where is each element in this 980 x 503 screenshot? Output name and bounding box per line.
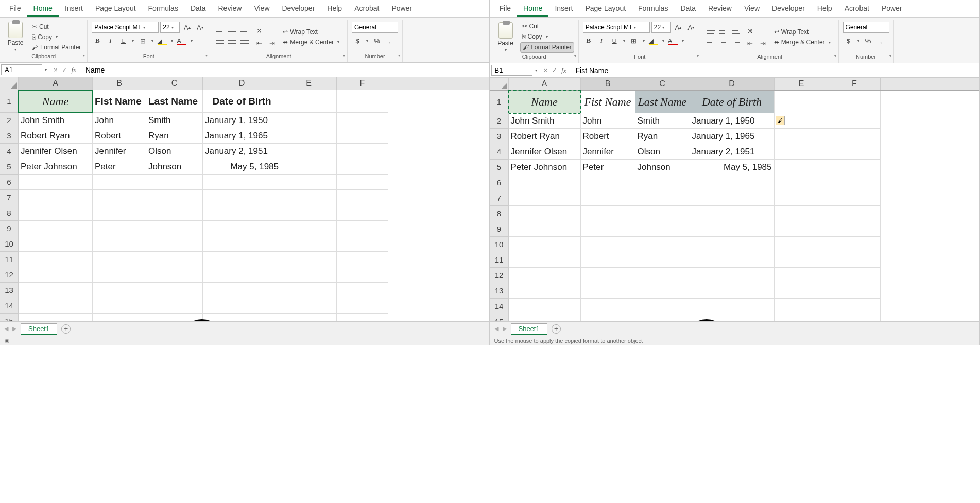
- tab-file[interactable]: File: [493, 1, 518, 17]
- paste-options-icon[interactable]: 🖌: [776, 116, 785, 125]
- comma-button[interactable]: ,: [875, 35, 887, 46]
- wrap-text-button[interactable]: ↩Wrap Text: [281, 27, 343, 37]
- italic-button[interactable]: I: [105, 35, 116, 46]
- fill-color-button[interactable]: ◢: [648, 35, 659, 46]
- cell-A3[interactable]: Robert Ryan: [19, 128, 93, 144]
- align-middle-icon[interactable]: [227, 27, 238, 37]
- sheet-nav-prev[interactable]: ◀: [494, 325, 498, 332]
- cell-D2[interactable]: January 1, 1950: [690, 113, 775, 129]
- row-header-3[interactable]: 3: [490, 129, 509, 144]
- tab-view[interactable]: View: [248, 1, 276, 17]
- align-top-icon[interactable]: [214, 27, 226, 37]
- grow-font-icon[interactable]: A▴: [181, 22, 193, 33]
- bold-button[interactable]: B: [583, 35, 594, 46]
- cell-A5[interactable]: Peter Johnson: [19, 159, 93, 175]
- cell-B2[interactable]: John: [581, 113, 635, 129]
- cell-C5[interactable]: Johnson: [635, 160, 690, 175]
- col-header-F[interactable]: F: [337, 77, 388, 90]
- cell-B1[interactable]: Fist Name: [581, 91, 635, 113]
- orientation-button[interactable]: ⤭: [745, 25, 756, 37]
- align-bottom-icon[interactable]: [239, 27, 250, 37]
- row-header-4[interactable]: 4: [0, 144, 19, 159]
- align-right-icon[interactable]: [239, 38, 250, 47]
- col-header-A[interactable]: A: [19, 77, 93, 90]
- cell-B5[interactable]: Peter: [93, 159, 146, 175]
- cell-B3[interactable]: Robert: [93, 128, 146, 144]
- currency-button[interactable]: $: [843, 35, 854, 46]
- tab-data[interactable]: Data: [184, 1, 212, 17]
- row-header-4[interactable]: 4: [490, 144, 509, 160]
- tab-formulas[interactable]: Formulas: [142, 1, 184, 17]
- copy-button[interactable]: ⎘Copy▾: [520, 32, 574, 41]
- cell-E1[interactable]: [775, 91, 829, 113]
- col-header-E[interactable]: E: [281, 77, 337, 90]
- cell-C1[interactable]: Last Name: [635, 91, 690, 113]
- format-painter-button[interactable]: 🖌Format Painter: [30, 43, 83, 52]
- font-name-select[interactable]: Palace Script MT▾: [583, 22, 650, 33]
- col-header-F[interactable]: F: [829, 78, 881, 90]
- row-header-5[interactable]: 5: [490, 160, 509, 175]
- shrink-font-icon[interactable]: A▾: [685, 22, 697, 33]
- cell-D4[interactable]: January 2, 1951: [203, 144, 281, 159]
- cell-A2[interactable]: John Smith: [509, 113, 581, 129]
- orientation-button[interactable]: ⤭: [253, 25, 265, 37]
- font-size-select[interactable]: 22▾: [160, 22, 180, 33]
- shrink-font-icon[interactable]: A▾: [194, 22, 205, 33]
- cell-A4[interactable]: Jennifer Olsen: [19, 144, 93, 159]
- tab-review[interactable]: Review: [212, 1, 248, 17]
- tab-power[interactable]: Power: [385, 1, 418, 17]
- row-header-2[interactable]: 2: [0, 113, 19, 128]
- name-box[interactable]: B1: [491, 65, 532, 76]
- cell-B4[interactable]: Jennifer: [93, 144, 146, 159]
- cell-C2[interactable]: Smith: [146, 113, 203, 128]
- currency-button[interactable]: $: [352, 35, 363, 46]
- row-header-1[interactable]: 1: [0, 90, 19, 113]
- formula-input[interactable]: Name: [81, 65, 489, 75]
- italic-button[interactable]: I: [596, 35, 607, 46]
- cell-C3[interactable]: Ryan: [146, 128, 203, 144]
- cell-A1[interactable]: Name: [509, 91, 581, 113]
- cell-D1[interactable]: Date of Birth: [690, 91, 775, 113]
- cell-C2[interactable]: Smith: [635, 113, 690, 129]
- cell-B5[interactable]: Peter: [581, 160, 635, 175]
- paste-button[interactable]: Paste ▾: [494, 22, 517, 53]
- select-all-corner[interactable]: [0, 77, 19, 90]
- indent-dec-icon[interactable]: ⇤: [253, 38, 265, 49]
- tab-page-layout[interactable]: Page Layout: [579, 1, 632, 17]
- add-sheet-button[interactable]: +: [61, 324, 71, 334]
- cell-C3[interactable]: Ryan: [635, 129, 690, 144]
- row-header-5[interactable]: 5: [0, 159, 19, 175]
- col-header-B[interactable]: B: [581, 78, 635, 90]
- alignment-grid[interactable]: [706, 27, 742, 47]
- alignment-grid[interactable]: [214, 27, 250, 47]
- tab-acrobat[interactable]: Acrobat: [838, 1, 875, 17]
- tab-page-layout[interactable]: Page Layout: [89, 1, 142, 17]
- tab-view[interactable]: View: [738, 1, 766, 17]
- tab-power[interactable]: Power: [875, 1, 908, 17]
- tab-developer[interactable]: Developer: [276, 1, 321, 17]
- cell-C1[interactable]: Last Name: [146, 90, 203, 113]
- cell-C4[interactable]: Olson: [635, 144, 690, 160]
- fx-icon[interactable]: fx: [72, 66, 76, 74]
- cell-E1[interactable]: [281, 90, 337, 113]
- tab-developer[interactable]: Developer: [766, 1, 811, 17]
- cell-F1[interactable]: [829, 91, 881, 113]
- cell-D2[interactable]: January 1, 1950: [203, 113, 281, 128]
- format-painter-button[interactable]: 🖌Format Painter: [520, 42, 574, 53]
- col-header-B[interactable]: B: [93, 77, 146, 90]
- cell-F1[interactable]: [337, 90, 388, 113]
- cell-C4[interactable]: Olson: [146, 144, 203, 159]
- cell-D4[interactable]: January 2, 1951: [690, 144, 775, 160]
- align-center-icon[interactable]: [227, 38, 238, 47]
- cell-A5[interactable]: Peter Johnson: [509, 160, 581, 175]
- indent-inc-icon[interactable]: ⇥: [266, 38, 278, 49]
- number-format-select[interactable]: General: [352, 22, 398, 33]
- merge-center-button[interactable]: ⬌Merge & Center▾: [772, 38, 834, 47]
- col-header-A[interactable]: A: [509, 78, 581, 90]
- cell-B2[interactable]: John: [93, 113, 146, 128]
- align-left-icon[interactable]: [214, 38, 226, 47]
- tab-acrobat[interactable]: Acrobat: [348, 1, 385, 17]
- cell-B3[interactable]: Robert: [581, 129, 635, 144]
- enter-icon[interactable]: ✓: [552, 66, 557, 74]
- col-header-D[interactable]: D: [203, 77, 281, 90]
